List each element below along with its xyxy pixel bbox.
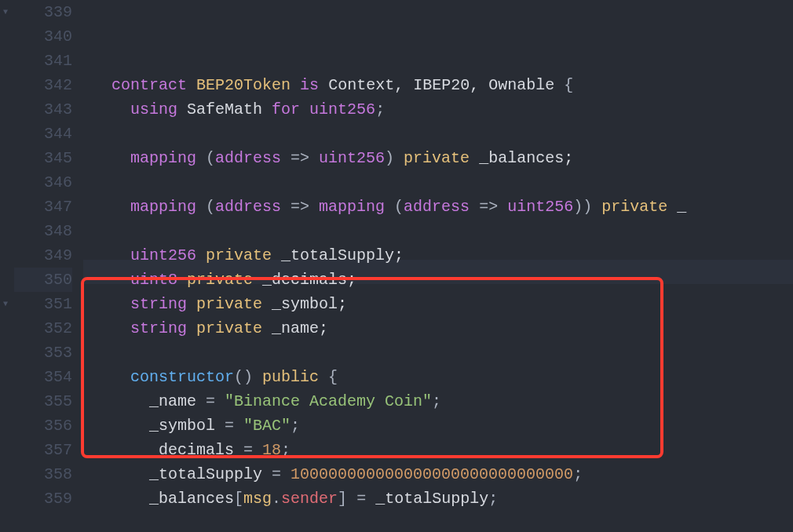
token: = <box>234 441 262 459</box>
code-line[interactable]: _name = "Binance Academy Coin"; <box>93 389 793 414</box>
token: _balances; <box>470 149 573 167</box>
line-number[interactable]: 347 <box>14 195 72 219</box>
token: string <box>130 319 187 337</box>
code-line[interactable]: _decimals = 18; <box>93 438 793 462</box>
token: { <box>319 368 338 386</box>
token: sender <box>281 490 338 508</box>
token: _totalSupply <box>375 490 488 508</box>
fold-marker-icon[interactable]: ▼ <box>0 292 11 316</box>
line-number[interactable]: ▼351 <box>14 292 72 316</box>
token: 18 <box>262 441 281 459</box>
token: uint256 <box>130 246 196 264</box>
token: _balances <box>149 490 234 508</box>
token: msg <box>243 490 272 508</box>
fold-marker-icon[interactable]: ▼ <box>0 0 11 24</box>
line-number[interactable]: 345 <box>14 146 72 170</box>
code-line[interactable]: mapping (address => mapping (address => … <box>93 195 793 219</box>
blank-line <box>93 341 793 365</box>
token: . <box>272 490 281 508</box>
token <box>291 76 300 94</box>
token: () <box>234 368 253 386</box>
code-line[interactable]: using SafeMath for uint256; <box>93 97 793 122</box>
token: _name; <box>262 319 328 337</box>
line-number[interactable]: 348 <box>14 219 72 243</box>
token: _name <box>149 392 196 410</box>
token: private <box>187 271 253 289</box>
line-number[interactable]: 346 <box>14 170 72 195</box>
token: ; <box>432 392 441 410</box>
line-number[interactable]: 349 <box>14 243 72 268</box>
code-area[interactable]: contract BEP20Token is Context, IBEP20, … <box>83 0 793 532</box>
token <box>300 100 309 118</box>
token: _decimals; <box>253 271 356 289</box>
token: address <box>404 198 470 216</box>
code-line[interactable]: uint8 private _decimals; <box>93 268 793 292</box>
code-content[interactable]: contract BEP20Token is Context, IBEP20, … <box>93 73 793 532</box>
token: ( <box>196 149 215 167</box>
line-number[interactable]: 342 <box>14 73 72 97</box>
token: address <box>215 198 281 216</box>
token: BEP20Token <box>196 76 291 94</box>
line-number[interactable]: 340 <box>14 24 72 49</box>
code-line[interactable]: _symbol = "BAC"; <box>93 414 793 438</box>
line-number[interactable]: 354 <box>14 365 72 389</box>
token <box>177 100 187 118</box>
token: private <box>206 246 272 264</box>
line-number[interactable]: 341 <box>14 49 72 73</box>
token: _totalSupply; <box>272 246 404 264</box>
token: constructor <box>130 368 234 386</box>
line-number[interactable]: 355 <box>14 389 72 414</box>
code-line[interactable]: _totalSupply = 1000000000000000000000000… <box>93 462 793 486</box>
line-number[interactable]: 357 <box>14 438 72 462</box>
blank-line <box>93 511 793 532</box>
code-line[interactable]: uint256 private _totalSupply; <box>93 243 793 268</box>
token: private <box>196 295 262 313</box>
line-number[interactable]: 344 <box>14 122 72 146</box>
line-number[interactable]: ▼339 <box>14 0 72 24</box>
token: ] <box>338 490 347 508</box>
token: _decimals <box>149 441 234 459</box>
token: uint256 <box>507 198 573 216</box>
token: ( <box>385 198 404 216</box>
token <box>319 76 328 94</box>
token: using <box>130 100 177 118</box>
blank-line <box>93 170 793 195</box>
token: public <box>262 368 319 386</box>
code-editor: ▼339340341342343344345346347348349350▼35… <box>0 0 793 532</box>
code-line[interactable]: mapping (address => uint256) private _ba… <box>93 146 793 170</box>
token: => <box>281 149 319 167</box>
token: [ <box>234 490 243 508</box>
line-number[interactable]: 350 <box>14 268 72 292</box>
token: uint256 <box>319 149 385 167</box>
line-number[interactable]: 343 <box>14 97 72 122</box>
code-line[interactable]: contract BEP20Token is Context, IBEP20, … <box>93 73 793 97</box>
line-number-gutter[interactable]: ▼339340341342343344345346347348349350▼35… <box>0 0 83 532</box>
token: private <box>196 319 262 337</box>
token: "BAC" <box>243 417 291 435</box>
line-number[interactable]: 358 <box>14 462 72 486</box>
token: ; <box>488 490 498 508</box>
token: is <box>300 76 319 94</box>
code-line[interactable]: string private _symbol; <box>93 292 793 316</box>
token <box>177 271 187 289</box>
line-number[interactable]: 352 <box>14 316 72 341</box>
token: "Binance Academy Coin" <box>225 392 432 410</box>
token: address <box>215 149 281 167</box>
token: uint8 <box>130 271 177 289</box>
token: uint256 <box>309 100 375 118</box>
token: )) <box>573 198 601 216</box>
token: _symbol; <box>262 295 347 313</box>
code-line[interactable]: string private _name; <box>93 316 793 341</box>
token: for <box>272 100 300 118</box>
line-number[interactable]: 353 <box>14 341 72 365</box>
code-line[interactable]: _balances[msg.sender] = _totalSupply; <box>93 486 793 511</box>
code-line[interactable]: constructor() public { <box>93 365 793 389</box>
line-number[interactable]: 359 <box>14 486 72 511</box>
token: ; <box>281 441 291 459</box>
line-number[interactable]: 356 <box>14 414 72 438</box>
token: = <box>196 392 225 410</box>
token: mapping <box>130 149 196 167</box>
token: = <box>262 465 291 483</box>
blank-line <box>93 219 793 243</box>
token: _totalSupply <box>149 465 262 483</box>
